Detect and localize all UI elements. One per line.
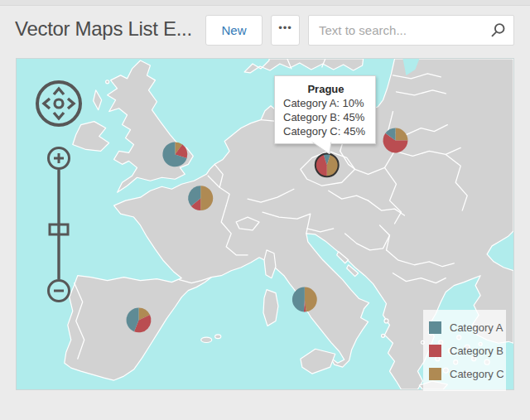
legend-label: Category C xyxy=(450,368,504,380)
zoom-bar xyxy=(46,147,72,304)
pie-marker-minsk[interactable] xyxy=(383,128,408,153)
zoom-out-button[interactable] xyxy=(49,281,70,302)
tooltip-title: Prague xyxy=(283,82,369,96)
new-button-label: New xyxy=(221,23,246,37)
pie-marker-rome[interactable] xyxy=(292,287,317,312)
page-title: Vector Maps List E... xyxy=(15,17,199,41)
legend-swatch xyxy=(429,345,441,357)
search-icon[interactable] xyxy=(489,22,506,39)
zoom-in-button[interactable] xyxy=(49,148,70,169)
legend-swatch xyxy=(429,368,441,380)
map-tooltip: Prague Category A: 10% Category B: 45% C… xyxy=(274,75,376,144)
vector-map[interactable]: Prague Category A: 10% Category B: 45% C… xyxy=(16,58,514,390)
tooltip-line: Category A: 10% xyxy=(283,96,369,110)
legend-label: Category B xyxy=(450,345,504,357)
window-top-strip xyxy=(0,0,530,6)
tooltip-line: Category C: 45% xyxy=(283,124,369,138)
map-legend: Category A Category B Category C xyxy=(423,310,506,391)
legend-label: Category A xyxy=(450,321,503,334)
pie-marker-paris[interactable] xyxy=(188,186,213,210)
legend-item-category-a[interactable]: Category A xyxy=(429,316,506,339)
new-button[interactable]: New xyxy=(205,15,263,46)
legend-swatch xyxy=(429,321,441,334)
legend-item-category-b[interactable]: Category B xyxy=(429,339,506,362)
overflow-menu-button[interactable]: ••• xyxy=(271,15,300,46)
pie-marker-madrid[interactable] xyxy=(127,307,152,332)
search-box xyxy=(308,15,514,46)
search-input[interactable] xyxy=(309,23,489,37)
app-window: Vector Maps List E... New ••• xyxy=(0,0,530,420)
pie-marker-london[interactable] xyxy=(162,142,187,167)
tooltip-arrow xyxy=(306,141,335,157)
legend-item-category-c[interactable]: Category C xyxy=(429,362,506,385)
ellipsis-icon: ••• xyxy=(278,22,292,34)
tooltip-line: Category B: 45% xyxy=(283,110,369,124)
pan-control-icon[interactable] xyxy=(34,79,84,128)
pie-slice xyxy=(292,287,305,312)
